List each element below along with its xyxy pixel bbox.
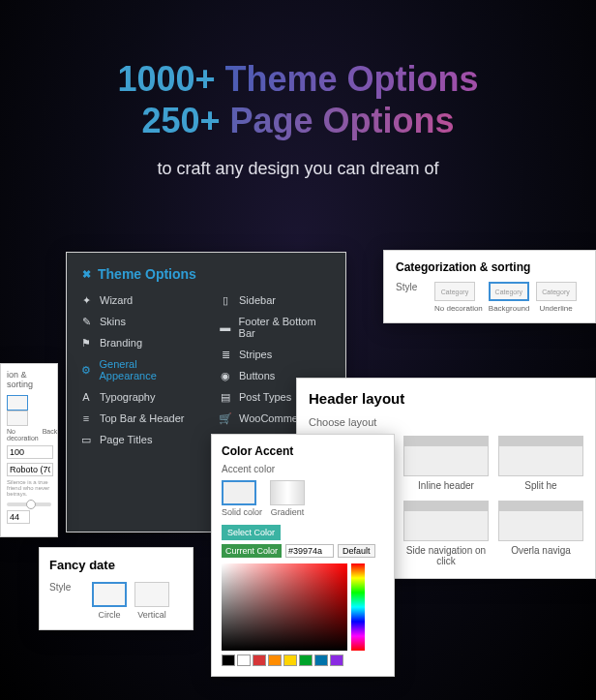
count-2: 250+ xyxy=(141,101,220,140)
menu-icon: ▭ xyxy=(80,434,92,445)
style-label: Style xyxy=(396,282,425,292)
header-layout-option[interactable]: Split he xyxy=(498,436,583,491)
label-1: Theme Options xyxy=(225,59,479,99)
menu-icon: A xyxy=(80,391,92,403)
hero-subtitle: to craft any design you can dream of xyxy=(0,159,596,179)
count-1: 1000+ xyxy=(117,59,215,99)
hue-slider[interactable] xyxy=(351,563,365,651)
swatch[interactable] xyxy=(222,654,235,666)
hero: 1000+ Theme Options 250+ Page Options to… xyxy=(0,0,596,179)
hex-input[interactable] xyxy=(285,544,334,558)
quote-text: Silence is a true friend who never betra… xyxy=(7,479,51,497)
menu-icon: ▤ xyxy=(220,391,231,403)
menu-icon: ▬ xyxy=(220,321,231,333)
fancy-date-panel: Fancy date Style CircleVertical xyxy=(39,547,194,630)
color-accent-title: Color Accent xyxy=(222,444,384,458)
color-type-gradient[interactable]: Gradient xyxy=(270,480,305,517)
menu-icon: ✦ xyxy=(80,294,92,306)
menu-icon: ≣ xyxy=(220,349,231,360)
current-color-chip: Current Color xyxy=(222,544,282,558)
slider[interactable] xyxy=(7,502,51,506)
categorization-panel: Categorization & sorting Style CategoryN… xyxy=(383,250,596,323)
hero-title: 1000+ Theme Options 250+ Page Options xyxy=(0,58,596,141)
header-layout-option[interactable]: Side navigation on click xyxy=(403,501,489,566)
theme-options-title: ✖ Theme Options xyxy=(67,262,345,289)
menu-item-top-bar-header[interactable]: ≡Top Bar & Header xyxy=(67,408,206,429)
theme-options-title-text: Theme Options xyxy=(98,266,196,282)
slider-value[interactable] xyxy=(7,510,30,524)
menu-icon: 🛒 xyxy=(220,412,231,424)
header-layout-option[interactable]: Overla naviga xyxy=(498,501,583,566)
swatch[interactable] xyxy=(299,654,313,666)
menu-icon: ▯ xyxy=(220,294,231,306)
menu-icon: ⚑ xyxy=(80,337,92,349)
menu-item-stripes[interactable]: ≣Stripes xyxy=(206,344,345,365)
menu-item-typography[interactable]: ATypography xyxy=(67,386,206,408)
cat-option-background[interactable]: CategoryBackground xyxy=(489,282,530,313)
font-select[interactable] xyxy=(7,463,53,476)
swatch[interactable] xyxy=(314,654,328,666)
swatch[interactable] xyxy=(283,654,297,666)
color-gradient-picker[interactable] xyxy=(222,563,347,651)
fancy-date-header: Fancy date xyxy=(49,558,183,572)
option-nodeco[interactable] xyxy=(7,395,28,411)
menu-item-general-appearance[interactable]: ⚙General Appearance xyxy=(67,353,206,386)
left-partial-panel: ion & sorting No decoration Back Silence… xyxy=(0,363,58,537)
swatch[interactable] xyxy=(237,654,251,666)
menu-item-sidebar[interactable]: ▯Sidebar xyxy=(206,289,345,311)
partial-header: ion & sorting xyxy=(7,370,51,389)
select-color-button[interactable]: Select Color xyxy=(222,525,281,540)
menu-item-footer-bottom-bar[interactable]: ▬Footer & Bottom Bar xyxy=(206,311,345,344)
accent-color-label: Accent color xyxy=(222,464,384,474)
label-2: Page Options xyxy=(230,101,455,140)
menu-item-page-titles[interactable]: ▭Page Titles xyxy=(67,429,206,450)
menu-icon: ⚙ xyxy=(80,364,91,376)
menu-icon: ✎ xyxy=(80,316,92,327)
swatch[interactable] xyxy=(253,654,266,666)
menu-item-skins[interactable]: ✎Skins xyxy=(67,311,206,332)
tools-icon: ✖ xyxy=(80,268,92,280)
fancy-option-circle[interactable]: Circle xyxy=(92,582,127,620)
option-back[interactable] xyxy=(7,411,28,426)
default-button[interactable]: Default xyxy=(338,544,375,558)
header-layout-option[interactable]: Inline header xyxy=(403,436,489,491)
menu-icon: ≡ xyxy=(80,412,92,424)
cat-option-underline[interactable]: CategoryUnderline xyxy=(536,282,577,313)
header-layout-title: Header layout xyxy=(309,390,583,407)
number-input[interactable] xyxy=(7,445,53,459)
color-type-solid-color[interactable]: Solid color xyxy=(222,480,262,517)
fancy-option-vertical[interactable]: Vertical xyxy=(134,582,169,620)
menu-item-wizard[interactable]: ✦Wizard xyxy=(67,289,206,311)
menu-item-branding[interactable]: ⚑Branding xyxy=(67,332,206,353)
swatch[interactable] xyxy=(330,654,343,666)
swatch[interactable] xyxy=(268,654,282,666)
fancy-style-label: Style xyxy=(49,582,78,593)
cat-option-no-decoration[interactable]: CategoryNo decoration xyxy=(434,282,483,313)
nodeco-label: No decoration xyxy=(7,428,39,441)
header-layout-subtitle: Choose layout xyxy=(309,416,583,428)
slider-knob[interactable] xyxy=(26,500,36,509)
back-label: Back xyxy=(43,428,58,441)
menu-icon: ◉ xyxy=(220,370,231,381)
categorization-header: Categorization & sorting xyxy=(396,260,583,274)
color-accent-panel: Color Accent Accent color Solid colorGra… xyxy=(211,434,395,677)
